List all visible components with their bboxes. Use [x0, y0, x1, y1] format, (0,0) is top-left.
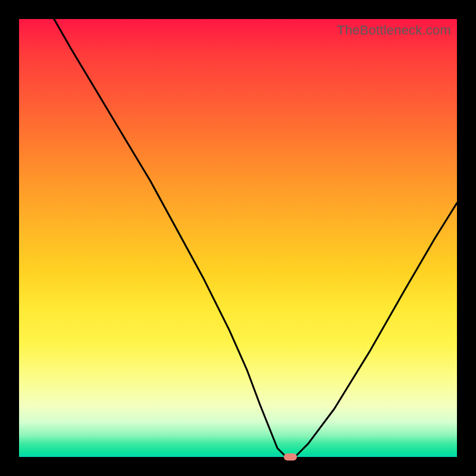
chart-frame: TheBottleneck.com	[0, 0, 476, 476]
plot-area: TheBottleneck.com	[19, 19, 457, 457]
bottleneck-curve	[19, 19, 457, 457]
optimum-marker	[284, 453, 297, 461]
